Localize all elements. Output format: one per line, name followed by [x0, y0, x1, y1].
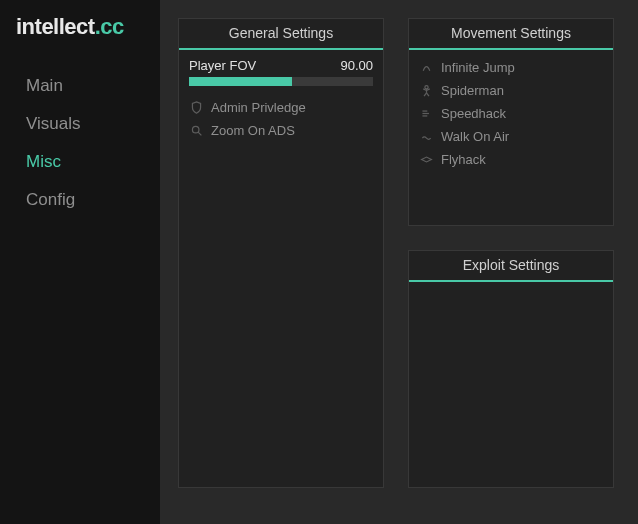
nav-list: Main Visuals Misc Config — [16, 68, 144, 220]
panel-general-body: Player FOV 90.00 Admin Privledge Zoom On… — [179, 50, 383, 152]
nav-item-misc[interactable]: Misc — [16, 144, 144, 182]
fov-value: 90.00 — [340, 58, 373, 73]
panel-general: General Settings Player FOV 90.00 Admin … — [178, 18, 384, 488]
fov-label: Player FOV — [189, 58, 256, 73]
column-left: General Settings Player FOV 90.00 Admin … — [178, 18, 384, 508]
option-infinite-jump[interactable]: Infinite Jump — [419, 56, 603, 79]
option-flyhack[interactable]: Flyhack — [419, 148, 603, 171]
person-icon — [419, 84, 433, 97]
nav-item-visuals[interactable]: Visuals — [16, 106, 144, 144]
option-label: Admin Privledge — [211, 100, 306, 115]
option-spiderman[interactable]: Spiderman — [419, 79, 603, 102]
panel-movement-body: Infinite Jump Spiderman Speedhack Walk O… — [409, 50, 613, 181]
brand-text-2: .cc — [95, 14, 124, 39]
option-zoom-on-ads[interactable]: Zoom On ADS — [189, 119, 373, 142]
svg-line-7 — [426, 93, 428, 96]
panel-exploit: Exploit Settings — [408, 250, 614, 488]
option-walk-on-air[interactable]: Walk On Air — [419, 125, 603, 148]
svg-point-2 — [424, 86, 427, 89]
panel-exploit-title: Exploit Settings — [409, 251, 613, 282]
option-admin-privledge[interactable]: Admin Privledge — [189, 96, 373, 119]
speed-icon — [419, 107, 433, 120]
fov-row: Player FOV 90.00 — [189, 56, 373, 77]
panel-movement: Movement Settings Infinite Jump Spiderma… — [408, 18, 614, 226]
option-label: Zoom On ADS — [211, 123, 295, 138]
option-label: Infinite Jump — [441, 60, 515, 75]
shield-icon — [189, 101, 203, 114]
nav-item-main[interactable]: Main — [16, 68, 144, 106]
brand-text-1: intellect — [16, 14, 95, 39]
panel-exploit-body — [409, 282, 613, 298]
option-label: Speedhack — [441, 106, 506, 121]
option-label: Flyhack — [441, 152, 486, 167]
nav-item-config[interactable]: Config — [16, 182, 144, 220]
brand-logo: intellect.cc — [16, 14, 144, 40]
sidebar: intellect.cc Main Visuals Misc Config — [0, 0, 160, 524]
zoom-icon — [189, 124, 203, 137]
main-area: General Settings Player FOV 90.00 Admin … — [160, 0, 638, 524]
svg-line-1 — [198, 132, 201, 135]
fov-slider-fill — [189, 77, 292, 86]
option-label: Walk On Air — [441, 129, 509, 144]
column-right: Movement Settings Infinite Jump Spiderma… — [408, 18, 614, 508]
air-icon — [419, 130, 433, 143]
panel-movement-title: Movement Settings — [409, 19, 613, 50]
option-label: Spiderman — [441, 83, 504, 98]
svg-point-0 — [192, 126, 199, 133]
jump-icon — [419, 61, 433, 74]
fly-icon — [419, 153, 433, 166]
fov-slider[interactable] — [189, 77, 373, 86]
panel-general-title: General Settings — [179, 19, 383, 50]
option-speedhack[interactable]: Speedhack — [419, 102, 603, 125]
